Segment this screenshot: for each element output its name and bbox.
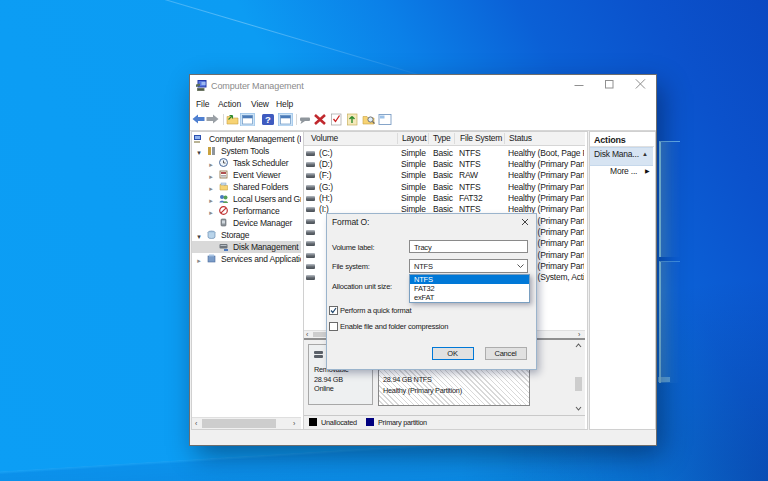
- svg-text:?: ?: [265, 114, 271, 125]
